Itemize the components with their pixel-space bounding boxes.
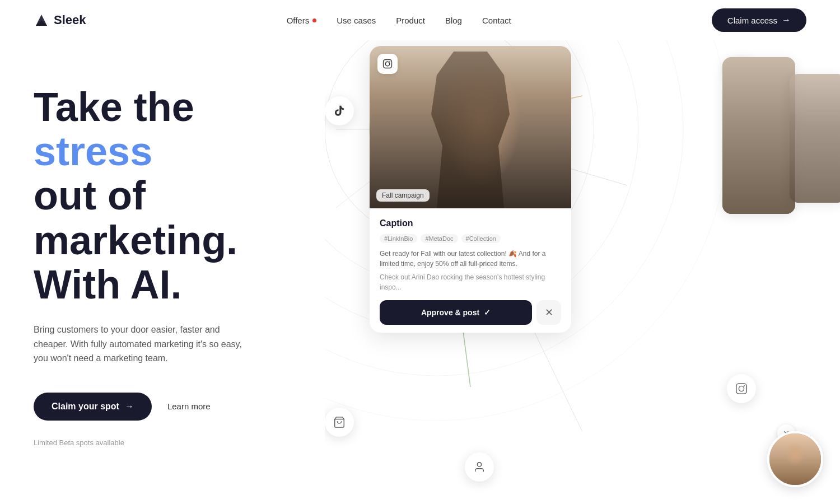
hero-subtitle: Bring customers to your door easier, fas… (34, 323, 246, 366)
card-text-2: Check out Arini Dao rocking the season's… (380, 272, 561, 292)
hero-right: ✕ Fall campaign Caption #LinkI (325, 40, 840, 504)
nav-link-use-cases[interactable]: Use cases (337, 16, 376, 25)
claim-access-button[interactable]: Claim access → (712, 8, 806, 32)
nav-link-contact[interactable]: Contact (482, 16, 511, 25)
person-float-icon (465, 452, 494, 482)
svg-point-25 (744, 385, 745, 386)
hero-buttons: Claim your spot → Learn more (34, 393, 291, 421)
hero-left: Take the stress out of marketing. With A… (0, 40, 325, 504)
arrow-icon: → (125, 402, 134, 412)
hero-stress-word: stress (34, 129, 152, 174)
approve-post-button[interactable]: Approve & post ✓ (380, 300, 532, 325)
card-tag-2: #MetaDoc (421, 234, 458, 243)
card-tag-1: #LinkInBio (380, 234, 417, 243)
main-post-card: Fall campaign Caption #LinkInBio #MetaDo… (370, 46, 571, 333)
nav-link-blog[interactable]: Blog (445, 16, 462, 25)
tiktok-float-icon (325, 96, 354, 125)
logo[interactable]: Sleek (34, 12, 86, 28)
claim-spot-button[interactable]: Claim your spot → (34, 393, 152, 421)
logo-icon (34, 12, 49, 28)
card-actions: Approve & post ✓ ✕ (380, 300, 561, 325)
card-tag-3: #Collection (461, 234, 501, 243)
user-avatar (767, 431, 823, 487)
learn-more-button[interactable]: Learn more (167, 402, 211, 411)
svg-point-24 (739, 386, 744, 391)
card-caption-title: Caption (380, 218, 561, 228)
nav-links: Offers Use cases Product Blog Contact (287, 16, 511, 25)
svg-rect-28 (384, 60, 392, 68)
instagram-mid-float-icon (727, 374, 756, 403)
svg-point-27 (477, 463, 481, 466)
card-body: Caption #LinkInBio #MetaDoc #Collection … (370, 208, 571, 333)
cart-float-icon (325, 408, 354, 437)
card-instagram-icon (377, 54, 398, 74)
reject-post-button[interactable]: ✕ (536, 300, 561, 325)
card-tags: #LinkInBio #MetaDoc #Collection (380, 234, 561, 243)
svg-point-29 (385, 62, 390, 66)
beta-note: Limited Beta spots available (34, 438, 291, 447)
navigation: Sleek Offers Use cases Product Blog Cont… (0, 0, 840, 40)
card-text-1: Get ready for Fall with our latest colle… (380, 249, 561, 269)
avatar-face (769, 433, 821, 485)
svg-point-30 (389, 61, 390, 62)
brand-name: Sleek (54, 13, 86, 27)
main-content: Take the stress out of marketing. With A… (0, 40, 840, 504)
svg-rect-23 (736, 384, 746, 394)
hero-title: Take the stress out of marketing. With A… (34, 85, 291, 307)
card-image: Fall campaign (370, 46, 571, 208)
nav-link-product[interactable]: Product (396, 16, 425, 25)
side-card-2 (790, 74, 840, 203)
cta-arrow-icon: → (782, 15, 791, 25)
offers-dot-indicator (312, 18, 316, 22)
card-image-label: Fall campaign (376, 189, 430, 202)
checkmark-icon: ✓ (484, 308, 491, 317)
side-card-1 (722, 57, 795, 214)
nav-link-offers[interactable]: Offers (287, 16, 317, 25)
